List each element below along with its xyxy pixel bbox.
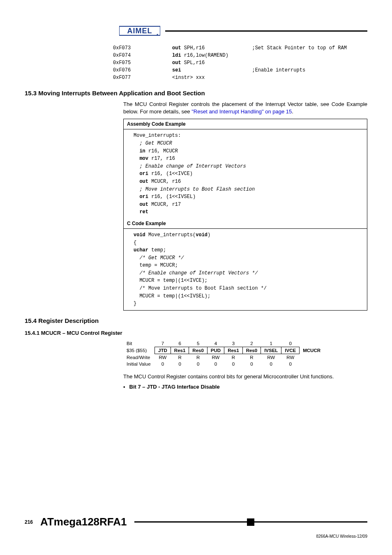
product-name: ATmega128RFA1 [40, 516, 127, 528]
svg-point-2 [157, 34, 158, 35]
asm-example-title: Assembly Code Example [124, 119, 367, 129]
bit7-bullet: • Bit 7 – JTD - JTAG Interface Disable [123, 384, 367, 390]
page-footer: 216 ATmega128RFA1 8266A-MCU Wireless-12/… [25, 516, 367, 539]
para-period: . [292, 108, 293, 115]
header-logo-row: AIMEL [119, 25, 367, 37]
svg-text:AIMEL: AIMEL [127, 27, 152, 35]
register-description-para: The MCU Control Register contains contro… [123, 373, 367, 380]
c-example-title: C Code Example [124, 219, 367, 229]
bullet-marker: • [123, 384, 125, 390]
link-reset-interrupt[interactable]: "Reset and Interrupt Handling" on page 1… [191, 108, 292, 115]
header-divider [165, 30, 367, 32]
atmel-logo: AIMEL [119, 25, 160, 37]
section-153-paragraph: The MCU Control Register controls the pl… [123, 101, 367, 115]
pre-asm-block: 0xF073 out SPH,r16 ;Set Stack Pointer to… [113, 44, 367, 81]
c-example-content: void Move_interrupts(void){uchar temp; /… [124, 229, 367, 310]
mcucr-register-table: Bit76543210$35 ($55)JTDRes1Res0PUDRes1Re… [123, 340, 324, 367]
footer-bar [134, 518, 367, 526]
code-examples-box: Assembly Code Example Move_interrupts: ;… [123, 119, 367, 310]
section-1541-heading: 15.4.1 MCUCR – MCU Control Register [25, 330, 367, 336]
document-id: 8266A-MCU Wireless-12/09 [25, 534, 367, 539]
section-154-heading: 15.4 Register Description [25, 317, 367, 324]
bullet-text: Bit 7 – JTD - JTAG Interface Disable [129, 384, 220, 390]
page-number: 216 [25, 519, 33, 525]
asm-example-content: Move_interrupts: ; Get MCUCR in r16, MCU… [124, 129, 367, 219]
section-153-heading: 15.3 Moving Interrupts Between Applicati… [25, 90, 367, 97]
